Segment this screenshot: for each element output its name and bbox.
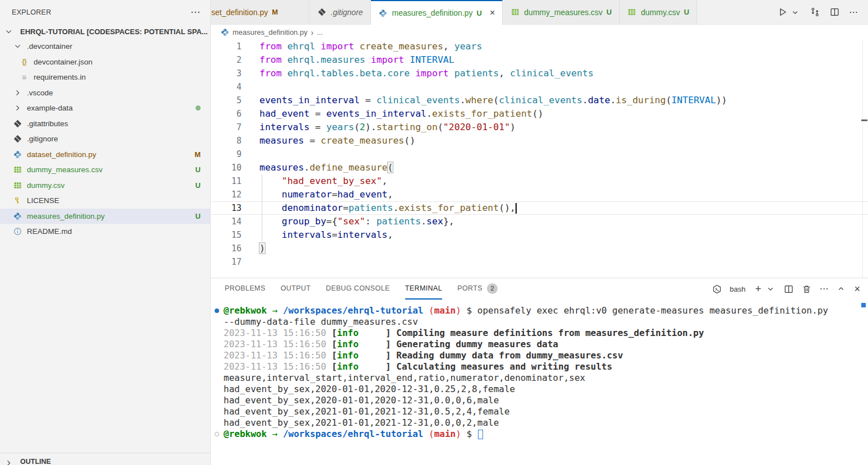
code-line-14[interactable]: 14 group_by={"sex": patients.sex}, — [211, 215, 868, 228]
terminal-line: 2023-11-13 15:16:50 [info ] Generating d… — [213, 339, 868, 350]
close-tab-icon[interactable]: × — [490, 8, 495, 18]
workspace-root-item[interactable]: EHRQL-TUTORIAL [CODESPACES: POTENTIAL SP… — [0, 25, 210, 39]
split-editor-icon[interactable] — [829, 7, 839, 17]
panel-tab-label: TERMINAL — [405, 284, 442, 292]
run-button[interactable] — [777, 7, 787, 17]
terminal-line: measure,interval_start,interval_end,rati… — [213, 372, 868, 384]
csv-icon — [12, 165, 22, 175]
tab-measures_definition.py[interactable]: measures_definition.pyU× — [371, 0, 503, 25]
tree-item-measures_definition.py[interactable]: measures_definition.pyU — [0, 209, 210, 224]
tree-item-label: dummy.csv — [27, 181, 64, 190]
code-line-12[interactable]: 12 numerator=had_event, — [211, 188, 868, 201]
split-terminal-icon[interactable] — [783, 284, 793, 294]
tab-label: measures_definition.py — [392, 8, 473, 17]
panel-tab-OUTPUT[interactable]: OUTPUT — [281, 278, 311, 300]
python-icon — [378, 8, 388, 18]
code-line-15[interactable]: 15 intervals=intervals, — [211, 228, 868, 242]
terminal-line: 2023-11-13 15:16:50 [info ] Reading dumm… — [213, 350, 868, 361]
line-number: 14 — [211, 215, 242, 228]
launch-profile-dropdown-icon[interactable] — [765, 284, 776, 294]
panel-actions: bash + ⋯ × — [712, 284, 860, 294]
code-line-8[interactable]: 8measures = create_measures() — [211, 134, 868, 148]
tab-dummy.csv[interactable]: dummy.csvU — [620, 0, 697, 24]
code-line-16[interactable]: 16) — [211, 242, 868, 255]
tree-item-.vscode[interactable]: .vscode — [0, 85, 210, 101]
shell-label[interactable]: bash — [730, 285, 745, 293]
editor-tab-bar: set_definition.pyM.gitignoremeasures_def… — [211, 0, 868, 25]
tree-item-.devcontainer[interactable]: .devcontainer — [0, 39, 210, 54]
code-line-3[interactable]: 3from ehrql.tables.beta.core import pati… — [211, 67, 868, 80]
line-number: 13 — [211, 201, 242, 215]
tab-.gitignore[interactable]: .gitignore — [309, 0, 371, 24]
panel-tab-TERMINAL[interactable]: TERMINAL — [405, 278, 442, 300]
code-line-7[interactable]: 7intervals = years(2).starting_on("2020-… — [211, 121, 868, 134]
terminal-line: 2023-11-13 15:16:50 [info ] Calculating … — [213, 361, 868, 372]
tab-dummy_measures.csv[interactable]: dummy_measures.csvU — [503, 0, 619, 24]
overview-ruler[interactable] — [862, 40, 863, 278]
overview-cursor-marker — [861, 119, 867, 121]
explorer-more-actions-icon[interactable]: ⋯ — [191, 10, 200, 15]
code-line-11[interactable]: 11 "had_event_by_sex", — [211, 174, 868, 188]
tab-label: set_definition.py — [211, 8, 268, 17]
more-actions-icon[interactable]: ⋯ — [849, 10, 858, 15]
line-number: 3 — [211, 67, 242, 80]
panel-tab-label: OUTPUT — [281, 284, 311, 292]
panel-tab-PROBLEMS[interactable]: PROBLEMS — [225, 278, 266, 300]
tab-set_definition.py[interactable]: set_definition.pyM — [211, 0, 309, 24]
command-decoration-circle[interactable] — [215, 432, 219, 436]
line-number: 8 — [211, 134, 242, 148]
tree-item-dummy.csv[interactable]: dummy.csvU — [0, 178, 210, 194]
terminal-line: had_event_by_sex,2021-01-01,2021-12-31,0… — [213, 417, 868, 429]
terminal[interactable]: @rebkwok → /workspaces/ehrql-tutorial (m… — [211, 300, 868, 465]
tree-item-README.md[interactable]: README.md — [0, 224, 210, 240]
maximize-panel-icon[interactable] — [836, 284, 846, 294]
code-line-2[interactable]: 2from ehrql.measures import INTERVAL — [211, 53, 868, 67]
workspace-root-label: EHRQL-TUTORIAL [CODESPACES: POTENTIAL SP… — [20, 27, 208, 36]
command-decoration-dot[interactable] — [215, 309, 219, 313]
line-number: 2 — [211, 53, 242, 67]
tree-item-.gitattributes[interactable]: .gitattributes — [0, 116, 210, 132]
panel-more-actions-icon[interactable]: ⋯ — [819, 286, 828, 292]
code-line-4[interactable]: 4 — [211, 80, 868, 94]
new-terminal-icon[interactable]: + — [755, 286, 761, 292]
code-line-5[interactable]: 5events_in_interval = clinical_events.wh… — [211, 94, 868, 107]
tree-item-dataset_definition.py[interactable]: dataset_definition.pyM — [0, 147, 210, 163]
python-icon — [12, 149, 22, 159]
code-line-10[interactable]: 10measures.define_measure( — [211, 161, 868, 174]
close-panel-icon[interactable]: × — [854, 286, 860, 292]
tree-item-requirements.in[interactable]: ≡requirements.in — [0, 70, 210, 85]
explorer-sidebar: EXPLORER ⋯ EHRQL-TUTORIAL [CODESPACES: P… — [0, 0, 211, 465]
tree-item-LICENSE[interactable]: LICENSE — [0, 193, 210, 209]
code-line-1[interactable]: 1from ehrql import create_measures, year… — [211, 40, 868, 53]
key-icon — [12, 196, 22, 206]
tree-item-dummy_measures.csv[interactable]: dummy_measures.csvU — [0, 162, 210, 178]
terminal-line: 2023-11-13 15:16:50 [info ] Compiling me… — [213, 328, 868, 339]
outline-section-header[interactable]: OUTLINE — [0, 453, 210, 465]
panel-tab-PORTS[interactable]: PORTS2 — [457, 278, 498, 300]
panel-header: PROBLEMSOUTPUTDEBUG CONSOLETERMINALPORTS… — [211, 278, 868, 300]
panel-tab-label: PROBLEMS — [225, 284, 266, 292]
git-status-badge: M — [194, 150, 201, 159]
git-icon — [12, 118, 22, 128]
indent-guide — [262, 174, 262, 188]
code-line-17[interactable]: 17 — [211, 255, 868, 269]
code-line-13[interactable]: 13 denominator=patients.exists_for_patie… — [211, 201, 868, 215]
code-line-6[interactable]: 6had_event = events_in_interval.exists_f… — [211, 107, 868, 121]
kill-terminal-icon[interactable] — [801, 284, 811, 294]
tabs-strip: set_definition.pyM.gitignoremeasures_def… — [211, 0, 697, 24]
tree-item-example-data[interactable]: example-data — [0, 100, 210, 116]
breadcrumb-file[interactable]: measures_definition.py — [233, 28, 308, 36]
code-line-9[interactable]: 9 — [211, 148, 868, 161]
terminal-line: had_event_by_sex,2020-01-01,2020-12-31,0… — [213, 384, 868, 395]
tree-item-.gitignore[interactable]: .gitignore — [0, 131, 210, 147]
breadcrumb-symbol[interactable]: ... — [317, 28, 323, 36]
line-number: 4 — [211, 80, 242, 94]
open-changes-icon[interactable] — [810, 7, 820, 17]
run-dropdown-icon[interactable] — [790, 7, 800, 17]
panel-tab-DEBUG CONSOLE[interactable]: DEBUG CONSOLE — [326, 278, 389, 300]
indent-guide — [262, 228, 262, 242]
terminal-lines: @rebkwok → /workspaces/ehrql-tutorial (m… — [213, 305, 868, 440]
tree-item-devcontainer.json[interactable]: {}devcontainer.json — [0, 54, 210, 70]
tree-item-label: measures_definition.py — [27, 212, 105, 220]
code-editor[interactable]: 1from ehrql import create_measures, year… — [211, 40, 868, 278]
